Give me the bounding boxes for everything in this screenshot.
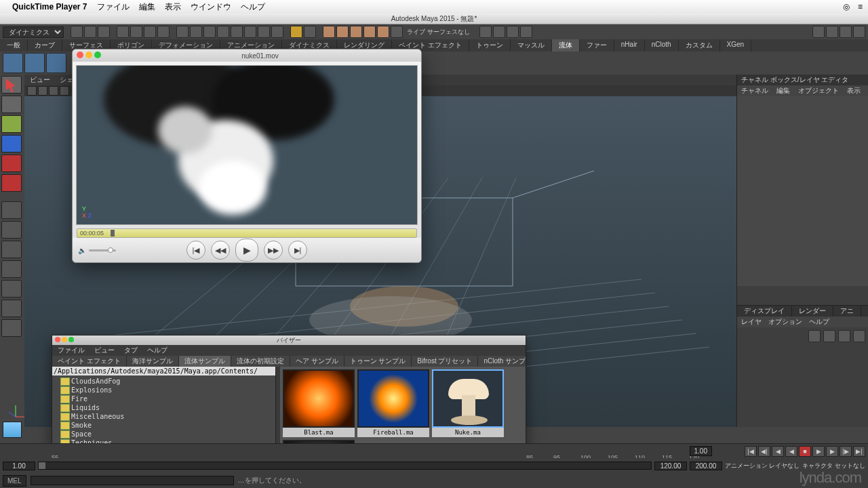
tree-folder[interactable]: CloudsAndFog: [55, 377, 273, 386]
snap-grid-icon[interactable]: [117, 26, 129, 38]
tree-folder[interactable]: Space: [55, 430, 273, 439]
quicktime-titlebar[interactable]: nuke01.mov: [73, 49, 421, 62]
cb-menu-object[interactable]: オブジェクト: [798, 86, 839, 96]
tool-d-icon[interactable]: [258, 26, 270, 38]
vp-icon[interactable]: [38, 86, 47, 96]
shelf-emitter-icon[interactable]: [46, 53, 66, 73]
menu-view[interactable]: 表示: [165, 1, 181, 13]
tree-folder[interactable]: Liquids: [55, 403, 273, 412]
panel-d-icon[interactable]: [520, 26, 532, 38]
snap-plane-icon[interactable]: [157, 26, 170, 38]
menu-window[interactable]: ウインドウ: [191, 1, 231, 13]
render-c-icon[interactable]: [350, 26, 362, 38]
preset-thumb[interactable]: Blast.ma: [283, 369, 355, 437]
minimize-icon[interactable]: [85, 52, 92, 58]
current-time-field[interactable]: 1.00: [690, 446, 712, 456]
visor-tab-active[interactable]: 流体サンプル: [179, 356, 231, 367]
close-icon[interactable]: [55, 337, 60, 342]
step-fwd-key-icon[interactable]: |▶: [840, 446, 852, 457]
shelf-tab[interactable]: カーブ: [28, 39, 62, 52]
shelf-tab[interactable]: トゥーン: [469, 39, 511, 52]
layout-outliner-icon[interactable]: [1, 241, 22, 258]
tree-folder[interactable]: Smoke: [55, 421, 273, 430]
zoom-icon[interactable]: [94, 52, 101, 58]
visor-menu-file[interactable]: ファイル: [58, 346, 85, 355]
menu-file[interactable]: ファイル: [97, 1, 130, 13]
panel-b-icon[interactable]: [493, 26, 505, 38]
anim-layer-label[interactable]: アニメーション レイヤなし: [725, 462, 800, 470]
save-scene-icon[interactable]: [98, 26, 110, 38]
time-slider[interactable]: 55 85 95 100 105 110 115 120 1.00 |◀ ◀| …: [0, 443, 868, 458]
zoom-icon[interactable]: [68, 337, 74, 342]
stop-icon[interactable]: ■: [799, 446, 811, 457]
render-f-icon[interactable]: [391, 26, 403, 38]
layer-new-icon[interactable]: [808, 330, 821, 342]
status-icon[interactable]: ◎: [843, 2, 850, 12]
forward-icon[interactable]: ▶▶: [264, 241, 283, 260]
play-back-icon[interactable]: ◀: [785, 446, 797, 457]
vp-menu-shading[interactable]: シェ: [60, 75, 73, 85]
tool-c-icon[interactable]: [244, 26, 256, 38]
construction-icon[interactable]: [203, 26, 216, 38]
vp-icon[interactable]: [27, 86, 37, 96]
menu-extras-icon[interactable]: ≡: [858, 2, 863, 12]
scale-tool-icon[interactable]: [1, 174, 22, 192]
minimize-icon[interactable]: [62, 337, 67, 342]
layer-tab-anim[interactable]: アニ: [833, 306, 861, 317]
shelf-tab[interactable]: nHair: [614, 39, 645, 52]
render-b-icon[interactable]: [336, 26, 349, 38]
layout-graph-icon[interactable]: [1, 300, 22, 317]
skip-end-icon[interactable]: ▶|: [288, 241, 307, 260]
visor-tab[interactable]: nCloth サンプル: [478, 356, 526, 367]
layer-icon[interactable]: [823, 330, 835, 342]
select-tool-icon[interactable]: [1, 76, 22, 94]
cb-menu-edit[interactable]: 編集: [776, 86, 790, 96]
play-forward-icon[interactable]: ▶: [812, 446, 825, 457]
visor-tab[interactable]: トゥーン サンプル: [344, 356, 412, 367]
layout-hyper-icon[interactable]: [1, 280, 22, 298]
layout-d-icon[interactable]: [853, 26, 865, 38]
layer-tab-render[interactable]: レンダー: [792, 306, 833, 317]
tree-folder[interactable]: Explosions: [55, 386, 273, 394]
quicktime-volume[interactable]: 🔈: [78, 247, 116, 254]
shelf-tab-active[interactable]: 流体: [552, 39, 580, 52]
layout-four-icon[interactable]: [1, 221, 22, 239]
menu-edit[interactable]: 編集: [139, 1, 155, 13]
visor-menu-tab[interactable]: タブ: [124, 346, 138, 355]
start-frame-field[interactable]: [3, 462, 35, 470]
play-icon[interactable]: ▶: [235, 239, 258, 262]
menu-help[interactable]: ヘルプ: [241, 1, 265, 13]
new-scene-icon[interactable]: [71, 26, 83, 38]
range-start-field[interactable]: [654, 462, 687, 470]
command-input[interactable]: [31, 476, 234, 485]
visor-tab[interactable]: ペイント エフェクト: [52, 356, 127, 367]
lasso-tool-icon[interactable]: [1, 96, 22, 113]
rewind-icon[interactable]: ◀◀: [211, 241, 230, 260]
layer-icon[interactable]: [853, 330, 865, 342]
visor-path[interactable]: /Applications/Autodesk/maya2015/Maya.app…: [52, 367, 275, 375]
go-end-icon[interactable]: ▶|: [853, 446, 865, 457]
visor-tab[interactable]: Bifrost プリセット: [412, 356, 478, 367]
step-back-key-icon[interactable]: ◀|: [758, 446, 770, 457]
layer-menu-options[interactable]: オプション: [768, 317, 802, 327]
layout-single-icon[interactable]: [1, 201, 22, 219]
paint-tool-icon[interactable]: [1, 115, 22, 133]
render-e-icon[interactable]: [377, 26, 389, 38]
vp-icon[interactable]: [60, 86, 69, 96]
cb-menu-channels[interactable]: チャネル: [741, 86, 768, 96]
preset-thumb-selected[interactable]: Nuke.ma: [432, 369, 504, 437]
tool-a-icon[interactable]: [217, 26, 229, 38]
rotate-tool-icon[interactable]: [1, 155, 22, 172]
layout-a-icon[interactable]: [812, 26, 825, 38]
move-tool-icon[interactable]: [1, 135, 22, 152]
help-icon[interactable]: [271, 26, 283, 38]
visor-titlebar[interactable]: バイザー: [52, 336, 526, 345]
step-back-icon[interactable]: ◀: [772, 446, 784, 457]
shelf-fluid2d-icon[interactable]: [24, 53, 45, 73]
cb-menu-show[interactable]: 表示: [847, 86, 861, 96]
quicktime-video[interactable]: YX Z: [76, 65, 418, 225]
layout-persp-icon[interactable]: [1, 260, 22, 278]
quicktime-scrubber[interactable]: 00:00:05: [77, 228, 417, 238]
layer-menu-help[interactable]: ヘルプ: [809, 317, 829, 327]
render-d-icon[interactable]: [363, 26, 376, 38]
